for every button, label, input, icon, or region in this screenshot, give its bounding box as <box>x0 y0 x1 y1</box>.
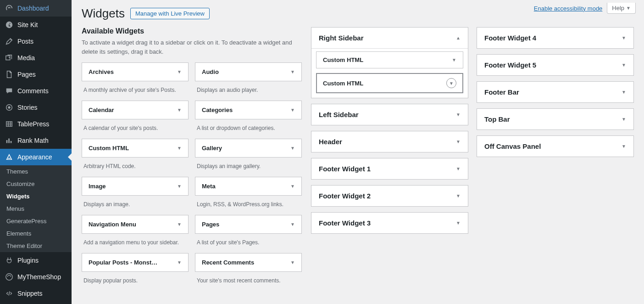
menu-item-tablepress[interactable]: TablePress <box>0 116 72 132</box>
widget-area-title: Footer Widget 3 <box>319 219 371 227</box>
widget-area-title: Top Bar <box>484 115 510 123</box>
available-widgets-panel: Available Widgets To activate a widget d… <box>82 27 302 287</box>
tablepress-icon <box>5 119 14 129</box>
widget-area-title: Footer Widget 4 <box>484 34 536 42</box>
chevron-down-icon: ▼ <box>177 260 182 265</box>
widget-description: A calendar of your site's posts. <box>82 119 189 134</box>
widget-area-footer-widget-3: Footer Widget 3▼ <box>311 212 468 234</box>
widget-area-header[interactable]: Footer Bar▼ <box>477 82 633 102</box>
placed-widget-custom-html[interactable]: Custom HTML▼ <box>316 51 463 68</box>
pages-icon <box>5 70 14 79</box>
menu-item-mythemeshop[interactable]: MyThemeShop <box>0 269 72 285</box>
available-widget-cell: Navigation Menu▼Add a navigation menu to… <box>82 215 189 248</box>
menu-item-site-kit[interactable]: Site Kit <box>0 17 72 33</box>
chevron-down-icon: ▼ <box>177 69 182 74</box>
submenu-item-menus[interactable]: Menus <box>0 203 72 215</box>
submenu-item-widgets[interactable]: Widgets <box>0 190 72 203</box>
chevron-down-icon: ▼ <box>177 184 182 189</box>
widget-description: A list of your site's Pages. <box>195 234 302 248</box>
widget-title: Popular Posts - Monst… <box>89 259 157 266</box>
widget-area-header[interactable]: Footer Widget 2▼ <box>311 186 468 206</box>
widget-area-header[interactable]: Left Sidebar▼ <box>311 104 468 125</box>
accessibility-mode-link[interactable]: Enable accessibility mode <box>534 5 603 12</box>
widget-area-left-sidebar: Left Sidebar▼ <box>311 104 468 125</box>
widget-area-header[interactable]: Off Canvas Panel▼ <box>477 136 633 157</box>
menu-item-posts[interactable]: Posts <box>0 33 72 50</box>
chevron-down-icon: ▼ <box>290 146 295 151</box>
available-widget-image[interactable]: Image▼ <box>82 177 189 196</box>
svg-point-0 <box>9 57 10 58</box>
available-widget-audio[interactable]: Audio▼ <box>195 62 302 81</box>
menu-item-media[interactable]: Media <box>0 50 72 66</box>
menu-item-snippets[interactable]: Snippets <box>0 285 72 302</box>
submenu-item-theme-editor[interactable]: Theme Editor <box>0 240 72 252</box>
available-widget-recent-comments[interactable]: Recent Comments▼ <box>195 253 302 272</box>
widget-description: Your site's most recent comments. <box>195 272 302 287</box>
widget-description: Display popular posts. <box>82 272 189 287</box>
menu-item-rank-math[interactable]: Rank Math <box>0 132 72 149</box>
available-widget-categories[interactable]: Categories▼ <box>195 101 302 119</box>
widget-area-header[interactable]: Top Bar▼ <box>477 109 633 129</box>
widget-area-title: Footer Widget 5 <box>484 61 536 69</box>
menu-item-stories[interactable]: Stories <box>0 99 72 116</box>
placed-widget-title: Custom HTML <box>323 80 363 87</box>
plugins-icon <box>5 256 14 265</box>
widget-area-title: Footer Widget 2 <box>319 192 371 200</box>
menu-item-plugins[interactable]: Plugins <box>0 252 72 269</box>
widget-area-title: Right Sidebar <box>319 34 364 42</box>
chevron-down-icon: ▼ <box>290 107 295 113</box>
available-widget-cell: Image▼Displays an image. <box>82 177 189 210</box>
widget-area-header[interactable]: Footer Widget 3▼ <box>311 213 468 233</box>
screen-meta-links: Enable accessibility mode Help ▼ <box>534 0 644 17</box>
available-widget-calendar[interactable]: Calendar▼ <box>82 101 189 119</box>
manage-live-preview-button[interactable]: Manage with Live Preview <box>130 8 210 19</box>
available-widget-pages[interactable]: Pages▼ <box>195 215 302 234</box>
menu-label: Snippets <box>17 290 42 297</box>
widget-area-footer-widget-4: Footer Widget 4▼ <box>477 27 634 49</box>
menu-label: Pages <box>17 71 36 78</box>
submenu-item-generatepress[interactable]: GeneratePress <box>0 215 72 227</box>
widget-area-header[interactable]: Header▼ <box>311 131 468 152</box>
submenu-item-elements[interactable]: Elements <box>0 227 72 240</box>
submenu-item-themes[interactable]: Themes <box>0 165 72 178</box>
widget-area-header[interactable]: Footer Widget 1▼ <box>311 158 468 179</box>
chevron-down-icon: ▼ <box>452 57 456 62</box>
available-widget-gallery[interactable]: Gallery▼ <box>195 139 302 158</box>
widget-title: Image <box>89 183 106 190</box>
widget-area-body: Custom HTML▼Custom HTML▼ <box>311 48 468 98</box>
chevron-down-icon: ▼ <box>177 107 182 113</box>
main-content: Enable accessibility mode Help ▼ Widgets… <box>72 0 644 304</box>
widget-area-header[interactable]: Right Sidebar▲ <box>311 28 468 48</box>
available-widget-archives[interactable]: Archives▼ <box>82 62 189 81</box>
submenu-appearance: ThemesCustomizeWidgetsMenusGeneratePress… <box>0 165 72 252</box>
available-widget-custom-html[interactable]: Custom HTML▼ <box>82 139 189 158</box>
widget-areas: Right Sidebar▲Custom HTML▼Custom HTML▼Le… <box>311 27 634 234</box>
help-label: Help <box>612 5 624 11</box>
available-widget-navigation-menu[interactable]: Navigation Menu▼ <box>82 215 189 234</box>
available-widget-meta[interactable]: Meta▼ <box>195 177 302 196</box>
available-widget-cell: Recent Comments▼Your site's most recent … <box>195 253 302 287</box>
widget-area-header[interactable]: Footer Widget 4▼ <box>477 28 633 48</box>
sitekit-icon <box>5 20 14 29</box>
menu-item-comments[interactable]: Comments <box>0 83 72 99</box>
submenu-item-customize[interactable]: Customize <box>0 178 72 190</box>
widget-description: Login, RSS, & WordPress.org links. <box>195 196 302 210</box>
menu-label: Comments <box>17 87 49 95</box>
widget-area-header[interactable]: Footer Widget 5▼ <box>477 55 633 75</box>
menu-label: Plugins <box>17 257 39 264</box>
menu-item-dashboard[interactable]: Dashboard <box>0 0 72 17</box>
chevron-down-icon: ▼ <box>622 117 626 122</box>
menu-item-appearance[interactable]: Appearance <box>0 149 72 165</box>
available-widget-popular-posts-monst-[interactable]: Popular Posts - Monst…▼ <box>82 253 189 272</box>
chevron-down-icon: ▼ <box>626 6 631 11</box>
menu-label: Stories <box>17 104 38 111</box>
menu-label: Posts <box>17 38 33 45</box>
help-tab[interactable]: Help ▼ <box>607 3 636 14</box>
menu-label: MyThemeShop <box>17 273 61 281</box>
admin-sidebar: DashboardSite KitPostsMediaPagesComments… <box>0 0 72 304</box>
posts-icon <box>5 37 14 46</box>
menu-item-pages[interactable]: Pages <box>0 66 72 83</box>
placed-widget-custom-html[interactable]: Custom HTML▼ <box>316 73 463 93</box>
widget-area-title: Off Canvas Panel <box>484 142 541 150</box>
widget-area-footer-widget-2: Footer Widget 2▼ <box>311 185 468 207</box>
